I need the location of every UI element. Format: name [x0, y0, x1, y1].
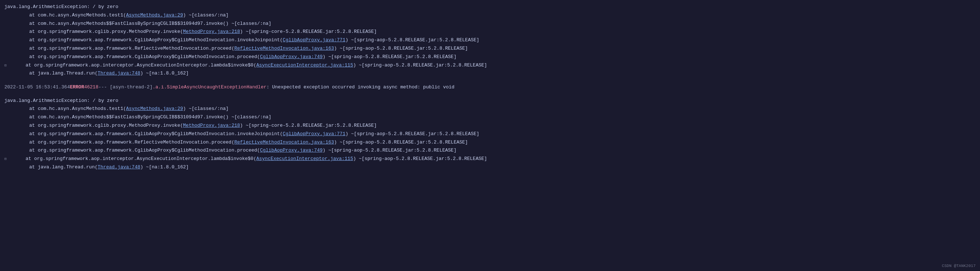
stacktrace-suffix: ) ~[na:1.8.0_162]: [140, 70, 189, 77]
stacktrace-line: ⊞at org.springframework.aop.interceptor.…: [0, 155, 980, 163]
stacktrace-prefix: at org.springframework.cglib.proxy.Metho…: [29, 28, 183, 36]
stacktrace-prefix: at com.hc.asyn.AsyncMethods.test1(: [29, 12, 126, 19]
stacktrace-prefix: at org.springframework.aop.interceptor.A…: [25, 62, 256, 69]
stacktrace-link[interactable]: ReflectiveMethodInvocation.java:163: [234, 139, 334, 147]
stacktrace-suffix: ) ~[spring-core-5.2.8.RELEASE.jar:5.2.8.…: [240, 28, 377, 36]
timestamp: 2022-11-05 16:53:41.364: [5, 83, 70, 91]
stacktrace-link[interactable]: MethodProxy.java:218: [183, 122, 240, 130]
stacktrace-link[interactable]: AsyncExecutionInterceptor.java:115: [256, 155, 353, 163]
separator: --- [: [98, 83, 113, 91]
stacktrace-prefix: at org.springframework.aop.framework.Cgl…: [29, 53, 260, 61]
stacktrace-link[interactable]: AsyncMethods.java:29: [126, 12, 183, 19]
stacktrace-link[interactable]: CglibAopProxy.java:749: [260, 147, 323, 155]
exception-line: java.lang.ArithmeticException: / by zero: [0, 97, 980, 105]
stacktrace-link[interactable]: Thread.java:748: [97, 70, 140, 77]
stacktrace-line: at java.lang.Thread.run(Thread.java:748)…: [0, 69, 980, 78]
stacktrace-link[interactable]: CglibAopProxy.java:771: [283, 37, 345, 44]
stacktrace-text: at com.hc.asyn.AsyncMethods$$FastClassBy…: [29, 20, 271, 28]
stacktrace-line: at com.hc.asyn.AsyncMethods.test1(AsyncM…: [0, 11, 980, 20]
stacktrace-suffix: ) ~[spring-aop-5.2.8.RELEASE.jar:5.2.8.R…: [345, 37, 479, 44]
stacktrace-link[interactable]: ReflectiveMethodInvocation.java:163: [234, 45, 334, 53]
handler-class: .a.i.SimpleAsyncUncaughtExceptionHandler: [153, 83, 267, 91]
stacktrace-line: at org.springframework.aop.framework.Ref…: [0, 139, 980, 147]
stacktrace-line: at com.hc.asyn.AsyncMethods$$FastClassBy…: [0, 113, 980, 122]
stacktrace-suffix: ) ~[spring-core-5.2.8.RELEASE.jar:5.2.8.…: [240, 122, 377, 130]
stacktrace-line: ⊞at org.springframework.aop.interceptor.…: [0, 61, 980, 70]
stacktrace-prefix: at org.springframework.aop.framework.Cgl…: [29, 131, 283, 138]
stacktrace-prefix: at org.springframework.aop.framework.Cgl…: [29, 37, 283, 44]
stacktrace-link[interactable]: CglibAopProxy.java:749: [260, 53, 323, 61]
stacktrace-link[interactable]: AsyncExecutionInterceptor.java:115: [256, 62, 353, 69]
console-output: java.lang.ArithmeticException: / by zero…: [0, 0, 980, 271]
stacktrace-line: at org.springframework.cglib.proxy.Metho…: [0, 28, 980, 36]
blank-line: [0, 92, 980, 97]
stacktrace-link[interactable]: Thread.java:748: [97, 164, 140, 171]
stacktrace-suffix: ) ~[spring-aop-5.2.8.RELEASE.jar:5.2.8.R…: [334, 139, 468, 147]
stacktrace-text: at com.hc.asyn.AsyncMethods$$FastClassBy…: [29, 113, 271, 121]
stacktrace-suffix: ) ~[spring-aop-5.2.8.RELEASE.jar:5.2.8.R…: [353, 62, 487, 69]
stacktrace-line: at org.springframework.aop.framework.Ref…: [0, 45, 980, 53]
stacktrace-suffix: ) ~[classes/:na]: [183, 12, 229, 19]
error-level: ERROR: [70, 83, 84, 91]
error-message: : Unexpected exception occurred invoking…: [267, 83, 455, 91]
stacktrace-suffix: ) ~[spring-aop-5.2.8.RELEASE.jar:5.2.8.R…: [323, 53, 457, 61]
stacktrace-line: at org.springframework.aop.framework.Cgl…: [0, 36, 980, 45]
error-number: 46218: [84, 83, 98, 91]
exception-line: java.lang.ArithmeticException: / by zero: [0, 3, 980, 11]
stacktrace-line: at org.springframework.aop.framework.Cgl…: [0, 130, 980, 139]
stacktrace-suffix: ) ~[classes/:na]: [183, 105, 229, 113]
stacktrace-prefix: at org.springframework.aop.interceptor.A…: [25, 155, 256, 163]
watermark: CSDN @TANK2017: [942, 264, 975, 268]
stacktrace-prefix: at com.hc.asyn.AsyncMethods.test1(: [29, 105, 126, 113]
stacktrace-line: at com.hc.asyn.AsyncMethods$$FastClassBy…: [0, 20, 980, 28]
stacktrace-link[interactable]: MethodProxy.java:218: [183, 28, 240, 36]
stacktrace-suffix: ) ~[spring-aop-5.2.8.RELEASE.jar:5.2.8.R…: [334, 45, 468, 53]
stacktrace-suffix: ) ~[spring-aop-5.2.8.RELEASE.jar:5.2.8.R…: [353, 155, 487, 163]
blank-line: [0, 78, 980, 82]
stacktrace-prefix: at org.springframework.aop.framework.Cgl…: [29, 147, 260, 155]
stacktrace-suffix: ) ~[spring-aop-5.2.8.RELEASE.jar:5.2.8.R…: [345, 131, 479, 138]
stacktrace-suffix: ) ~[spring-aop-5.2.8.RELEASE.jar:5.2.8.R…: [323, 147, 457, 155]
stacktrace-link[interactable]: CglibAopProxy.java:771: [283, 131, 345, 138]
stacktrace-line: at org.springframework.cglib.proxy.Metho…: [0, 122, 980, 130]
stacktrace-line: at org.springframework.aop.framework.Cgl…: [0, 147, 980, 155]
stacktrace-line: at org.springframework.aop.framework.Cgl…: [0, 53, 980, 61]
stacktrace-suffix: ) ~[na:1.8.0_162]: [140, 164, 189, 171]
stacktrace-prefix: at org.springframework.aop.framework.Ref…: [29, 45, 234, 53]
stacktrace-line: at java.lang.Thread.run(Thread.java:748)…: [0, 163, 980, 172]
error-header-line: 2022-11-05 16:53:41.364 ERROR 46218 --- …: [0, 82, 980, 92]
expand-icon[interactable]: ⊞: [5, 156, 6, 162]
stacktrace-prefix: at org.springframework.aop.framework.Ref…: [29, 139, 234, 147]
exception-text: java.lang.ArithmeticException: / by zero: [5, 3, 118, 11]
expand-icon[interactable]: ⊞: [5, 63, 6, 69]
stacktrace-link[interactable]: AsyncMethods.java:29: [126, 105, 183, 113]
stacktrace-prefix: at java.lang.Thread.run(: [29, 164, 97, 171]
thread-name: asyn-thread-2]: [113, 83, 152, 91]
stacktrace-prefix: at java.lang.Thread.run(: [29, 70, 97, 77]
exception-text: java.lang.ArithmeticException: / by zero: [5, 97, 118, 105]
stacktrace-prefix: at org.springframework.cglib.proxy.Metho…: [29, 122, 183, 130]
stacktrace-line: at com.hc.asyn.AsyncMethods.test1(AsyncM…: [0, 105, 980, 113]
